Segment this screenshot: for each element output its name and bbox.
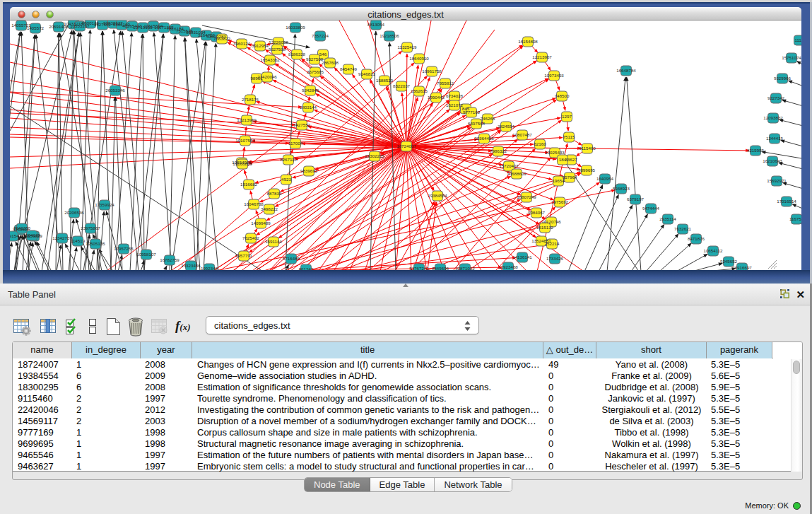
- svg-text:3498222: 3498222: [261, 206, 278, 211]
- svg-text:8454749: 8454749: [340, 66, 358, 71]
- svg-text:4923: 4923: [281, 177, 291, 182]
- svg-text:16154808: 16154808: [518, 39, 538, 44]
- svg-text:1992346: 1992346: [201, 266, 218, 271]
- svg-text:117004: 117004: [288, 141, 303, 146]
- svg-text:9146821: 9146821: [358, 71, 376, 76]
- svg-text:0564139: 0564139: [23, 233, 41, 238]
- svg-text:1990443: 1990443: [428, 95, 445, 100]
- svg-text:12923468: 12923468: [498, 264, 518, 269]
- svg-text:7357224: 7357224: [312, 33, 329, 38]
- svg-text:16046788: 16046788: [244, 201, 264, 206]
- svg-text:9327508: 9327508: [269, 47, 286, 52]
- svg-text:98901: 98901: [250, 76, 263, 81]
- svg-text:53767242: 53767242: [409, 266, 429, 271]
- svg-text:9115460: 9115460: [579, 146, 596, 151]
- svg-text:16782759: 16782759: [160, 257, 180, 262]
- svg-text:19384554: 19384554: [428, 193, 447, 198]
- svg-text:887833: 887833: [267, 191, 282, 196]
- svg-text:1621072: 1621072: [446, 103, 464, 107]
- svg-text:9227342: 9227342: [767, 95, 785, 100]
- svg-text:17957255: 17957255: [114, 246, 134, 251]
- svg-text:9329966: 9329966: [774, 76, 792, 81]
- svg-text:16210643: 16210643: [763, 158, 782, 163]
- svg-text:12213967: 12213967: [532, 54, 552, 59]
- svg-text:9777169: 9777169: [463, 110, 481, 115]
- svg-text:1615132: 1615132: [536, 225, 554, 230]
- svg-text:1733426: 1733426: [546, 256, 564, 261]
- svg-text:10958107: 10958107: [136, 252, 156, 257]
- svg-text:961342: 961342: [299, 267, 314, 271]
- svg-text:9474444: 9474444: [642, 206, 660, 211]
- svg-text:13323466: 13323466: [181, 263, 201, 268]
- svg-text:32871012: 32871012: [455, 266, 475, 271]
- svg-text:184: 184: [559, 157, 567, 162]
- svg-text:10654112: 10654112: [703, 248, 723, 253]
- svg-text:1297: 1297: [562, 114, 572, 119]
- svg-text:6734028: 6734028: [446, 93, 464, 98]
- svg-text:1588520: 1588520: [376, 78, 394, 83]
- svg-text:748500: 748500: [555, 93, 570, 98]
- svg-text:26053346: 26053346: [105, 88, 125, 93]
- svg-text:19654: 19654: [552, 178, 565, 183]
- svg-text:33627: 33627: [565, 157, 577, 162]
- svg-text:7663822: 7663822: [213, 36, 231, 41]
- svg-text:16543362: 16543362: [260, 57, 280, 62]
- svg-text:1112: 1112: [795, 37, 801, 42]
- svg-text:39154: 39154: [10, 233, 19, 238]
- svg-text:13226058: 13226058: [269, 40, 288, 45]
- svg-text:5716485: 5716485: [283, 256, 300, 261]
- svg-text:7648350: 7648350: [13, 226, 31, 230]
- svg-text:12342737: 12342737: [52, 235, 72, 240]
- svg-text:8267110: 8267110: [280, 157, 297, 162]
- svg-text:9242848: 9242848: [302, 88, 319, 93]
- svg-text:17359924: 17359924: [95, 202, 114, 207]
- svg-text:17016514: 17016514: [777, 199, 796, 204]
- svg-text:15751074: 15751074: [782, 55, 801, 60]
- svg-text:9427552: 9427552: [293, 122, 311, 127]
- svg-text:3675685: 3675685: [307, 69, 324, 74]
- svg-text:18640910: 18640910: [409, 56, 429, 61]
- svg-text:546: 546: [319, 52, 327, 57]
- svg-text:1244415: 1244415: [766, 136, 784, 141]
- svg-text:116753: 116753: [789, 216, 801, 221]
- svg-text:3960124: 3960124: [233, 41, 251, 46]
- svg-text:1916682: 1916682: [240, 182, 258, 187]
- svg-text:9839693: 9839693: [300, 168, 318, 173]
- svg-text:12213969: 12213969: [237, 117, 257, 122]
- svg-text:1405572: 1405572: [27, 25, 45, 30]
- svg-text:14099489: 14099489: [251, 221, 271, 226]
- svg-text:9327508: 9327508: [306, 57, 324, 62]
- svg-text:1640954: 1640954: [596, 176, 614, 181]
- svg-text:7632621: 7632621: [674, 226, 692, 231]
- svg-text:10973493: 10973493: [544, 73, 564, 78]
- svg-text:20364436: 20364436: [474, 136, 494, 141]
- svg-text:75115: 75115: [563, 134, 575, 139]
- svg-text:16961758: 16961758: [422, 69, 442, 74]
- svg-text:5938923: 5938923: [613, 186, 630, 191]
- svg-text:11325419: 11325419: [397, 45, 417, 49]
- svg-text:1362615: 1362615: [411, 88, 428, 93]
- svg-text:3912954: 3912954: [252, 43, 269, 48]
- svg-text:746266: 746266: [481, 116, 495, 121]
- svg-text:7986322: 7986322: [490, 148, 507, 153]
- svg-text:19218506: 19218506: [379, 33, 399, 38]
- svg-text:15692971: 15692971: [767, 178, 787, 183]
- svg-text:2803144: 2803144: [300, 105, 317, 110]
- svg-text:10107553: 10107553: [235, 138, 255, 143]
- svg-text:114519: 114519: [71, 238, 86, 243]
- svg-text:10807487: 10807487: [512, 132, 532, 137]
- svg-text:16648784: 16648784: [616, 68, 636, 73]
- svg-text:14136141: 14136141: [512, 255, 532, 259]
- svg-text:252214: 252214: [545, 241, 560, 246]
- svg-text:29302215: 29302215: [365, 153, 384, 158]
- svg-text:26916697: 26916697: [732, 265, 752, 270]
- svg-text:6497568: 6497568: [468, 121, 486, 126]
- svg-text:7955812: 7955812: [437, 81, 454, 86]
- svg-text:10025433: 10025433: [545, 150, 565, 155]
- svg-text:1691144: 1691144: [265, 239, 282, 244]
- svg-text:9899695: 9899695: [578, 168, 596, 173]
- svg-text:9245652: 9245652: [720, 259, 738, 264]
- svg-text:9084067: 9084067: [528, 210, 546, 215]
- svg-text:3824554: 3824554: [498, 124, 515, 129]
- svg-text:10688609: 10688609: [507, 171, 526, 176]
